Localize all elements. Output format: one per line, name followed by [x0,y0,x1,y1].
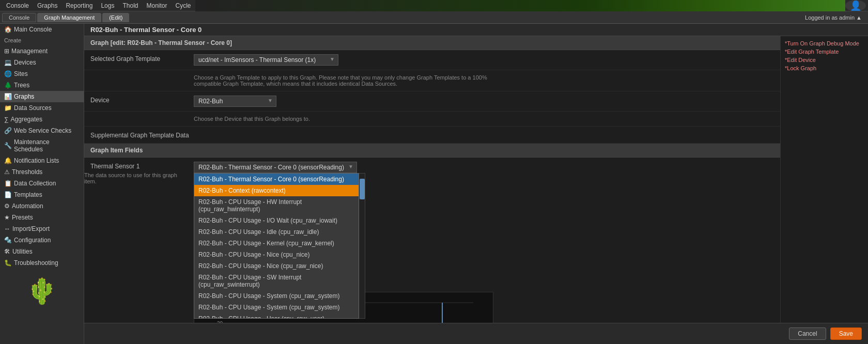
util-icon: 🛠 [4,248,10,255]
presets-icon: ★ [4,214,10,221]
nav-reporting[interactable]: Reporting [61,1,97,10]
nav-console[interactable]: Console [2,1,33,10]
graph-icon: 📊 [4,93,12,100]
notif-icon: 🔔 [4,157,12,164]
device-label: Device [90,96,194,104]
graph-edit-header: Graph [edit: R02-Buh - Thermal Sensor - … [84,36,780,50]
sidebar-item-configuration[interactable]: 🔩 Configuration [0,234,84,246]
thresh-icon: ⚠ [4,168,10,176]
page-title: R02-Buh - Thermal Sensor - Core 0 [84,24,868,36]
tree-icon: 🌲 [4,82,12,89]
sidebar-item-troubleshooting[interactable]: 🐛 Troubleshooting [0,257,84,269]
maint-icon: 🔧 [4,142,12,149]
tab-graph-management[interactable]: Graph Management [37,13,101,22]
cactus-logo: 🌵 [0,269,84,314]
dropdown-item-3[interactable]: R02-Buh - CPU Usage - I/O Wait (cpu_raw_… [194,215,359,226]
main-content: R02-Buh - Thermal Sensor - Core 0 Graph … [84,24,868,344]
device-row: Device R02-Buh [84,91,780,112]
collect-icon: 📋 [4,180,12,187]
graph-template-dropdown[interactable]: ucd/net - ImSensors - Thermal Sensor (1x… [194,54,338,66]
graph-template-note-row: Choose a Graph Template to apply to this… [84,70,780,91]
sidebar-item-sites[interactable]: 🌐 Sites [0,68,84,80]
home-icon: 🏠 [4,26,12,33]
lock-graph-link[interactable]: *Lock Graph [785,65,864,71]
dropdown-item-11[interactable]: R02-Buh - CPU Usage - User (cpu_raw_user… [194,313,359,318]
nav-cycle[interactable]: Cycle [172,1,195,10]
sidebar-create-label: Create [0,35,84,45]
sidebar-item-management[interactable]: ⊞ Management [0,45,84,57]
site-icon: 🌐 [4,70,12,77]
thermal-sensor-label: Thermal Sensor 1 [90,162,194,170]
save-button[interactable]: Save [830,327,862,340]
edit-device-link[interactable]: *Edit Device [785,57,864,63]
dropdown-item-7[interactable]: R02-Buh - CPU Usage - Nice (cpu_raw_nice… [194,260,359,272]
sidebar: 🏠 Main Console Create ⊞ Management 💻 Dev… [0,24,84,344]
sidebar-item-import-export[interactable]: ↔ Import/Export [0,223,84,234]
sidebar-item-templates[interactable]: 📄 Templates [0,189,84,200]
dropdown-item-0[interactable]: R02-Buh - Thermal Sensor - Core 0 (senso… [194,174,359,185]
nav-thold[interactable]: Thold [118,1,142,10]
sidebar-item-trees[interactable]: 🌲 Trees [0,80,84,91]
sidebar-item-notification[interactable]: 🔔 Notification Lists [0,155,84,166]
dropdown-item-6[interactable]: R02-Buh - CPU Usage - Nice (cpu_nice) [194,249,359,260]
config-icon: 🔩 [4,237,12,244]
sidebar-item-maintenance[interactable]: 🔧 Maintenance Schedules [0,136,84,155]
graph-template-label: Selected Graph Template [90,54,194,62]
grid-icon: ⊞ [4,48,9,55]
agg-icon: ∑ [4,116,9,123]
device-dropdown[interactable]: R02-Buh [194,96,276,107]
sidebar-item-thresholds[interactable]: ⚠ Thresholds [0,166,84,178]
sidebar-item-web-service[interactable]: 🔗 Web Service Checks [0,125,84,136]
thermal-sensor-dropdown[interactable]: R02-Buh - Thermal Sensor - Core 0 (senso… [194,162,357,173]
dropdown-scrollbar[interactable] [359,173,365,319]
dropdown-item-9[interactable]: R02-Buh - CPU Usage - System (cpu_raw_sy… [194,290,359,302]
dropdown-open-panel: R02-Buh - Thermal Sensor - Core 0 (senso… [194,173,365,319]
device-icon: 💻 [4,59,12,66]
graph-template-value: ucd/net - ImSensors - Thermal Sensor (1x… [194,54,774,66]
dropdown-item-10[interactable]: R02-Buh - CPU Usage - System (cpu_raw_sy… [194,302,359,313]
trouble-icon: 🐛 [4,259,12,267]
login-status: Logged in as admin ▲ [805,14,866,21]
nav-logs[interactable]: Logs [97,1,118,10]
dropdown-list: R02-Buh - Thermal Sensor - Core 0 (senso… [194,174,359,318]
dropdown-item-4[interactable]: R02-Buh - CPU Usage - Idle (cpu_raw_idle… [194,226,359,238]
dropdown-list-container: R02-Buh - Thermal Sensor - Core 0 (senso… [194,173,359,319]
supplemental-label: Supplemental Graph Template Data [90,131,194,139]
device-note-row: Choose the Device that this Graph belong… [84,112,780,127]
dropdown-item-2[interactable]: R02-Buh - CPU Usage - HW Interrupt (cpu_… [194,196,359,215]
auto-icon: ⚙ [4,202,10,210]
top-nav: Console Graphs Reporting Logs Thold Moni… [0,0,868,11]
graph-template-row: Selected Graph Template ucd/net - ImSens… [84,50,780,70]
edit-template-link[interactable]: *Edit Graph Template [785,49,864,55]
tmpl-icon: 📄 [4,191,12,198]
dropdown-item-5[interactable]: R02-Buh - CPU Usage - Kernel (cpu_raw_ke… [194,238,359,249]
sidebar-item-graphs[interactable]: 📊 Graphs [0,91,84,102]
dropdown-item-8[interactable]: R02-Buh - CPU Usage - SW Interrupt (cpu_… [194,272,359,290]
thermal-sensor-row: Thermal Sensor 1 R02-Buh - Thermal Senso… [84,158,780,344]
sidebar-item-presets[interactable]: ★ Presets [0,212,84,223]
imp-icon: ↔ [4,225,10,232]
device-note: Choose the Device that this Graph belong… [194,116,310,122]
data-icon: 📁 [4,104,12,112]
sidebar-item-automation[interactable]: ⚙ Automation [0,200,84,212]
nav-graphs[interactable]: Graphs [33,1,61,10]
tab-bar: Console Graph Management (Edit) Logged i… [0,11,868,24]
sidebar-item-devices[interactable]: 💻 Devices [0,57,84,68]
supplemental-row: Supplemental Graph Template Data [84,127,780,144]
cancel-button[interactable]: Cancel [789,327,826,340]
sidebar-main-console[interactable]: 🏠 Main Console [0,24,84,35]
sidebar-item-data-sources[interactable]: 📁 Data Sources [0,102,84,114]
tab-console[interactable]: Console [2,13,36,22]
scrollbar-thumb [360,179,365,199]
nav-monitor[interactable]: Monitor [142,1,171,10]
tab-edit[interactable]: (Edit) [102,13,129,22]
sidebar-item-utilities[interactable]: 🛠 Utilities [0,246,84,257]
debug-mode-link[interactable]: *Turn On Graph Debug Mode [785,40,864,46]
dropdown-item-1[interactable]: R02-Buh - Context (rawcontext) [194,185,359,196]
top-right-avatar: 👤 [845,0,866,11]
sidebar-item-aggregates[interactable]: ∑ Aggregates [0,114,84,125]
graph-item-fields-header: Graph Item Fields [84,144,780,158]
layout: 🏠 Main Console Create ⊞ Management 💻 Dev… [0,24,868,344]
sidebar-item-data-collection[interactable]: 📋 Data Collection [0,178,84,189]
thermal-sensor-note: The data source to use for this graph it… [84,172,188,184]
